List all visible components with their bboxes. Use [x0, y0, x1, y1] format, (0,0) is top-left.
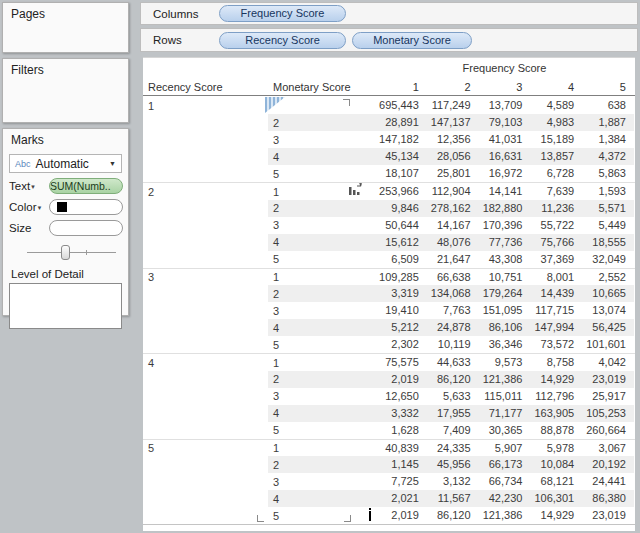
value-cell[interactable]: 3,132	[427, 473, 479, 490]
value-cell[interactable]: 5,863	[582, 165, 634, 182]
value-cell[interactable]: 117,249	[427, 97, 479, 114]
value-cell[interactable]: 44,633	[427, 354, 479, 371]
rows-shelf[interactable]: Rows Recency Score Monetary Score	[140, 28, 638, 52]
monetary-label[interactable]: 2	[268, 371, 375, 388]
value-cell[interactable]: 5,449	[582, 217, 634, 234]
value-cell[interactable]: 23,019	[582, 371, 634, 388]
pill-frequency-score[interactable]: Frequency Score	[219, 5, 346, 22]
value-cell[interactable]: 75,575	[375, 354, 427, 371]
value-cell[interactable]: 109,285	[375, 269, 427, 286]
value-cell[interactable]: 260,664	[582, 422, 634, 439]
value-cell[interactable]: 2,019	[375, 371, 427, 388]
value-cell[interactable]: 638	[582, 97, 634, 114]
col-header-2[interactable]: 2	[427, 81, 479, 93]
value-cell[interactable]: 170,396	[479, 217, 531, 234]
value-cell[interactable]: 4,983	[530, 114, 582, 131]
value-cell[interactable]: 66,638	[427, 269, 479, 286]
value-cell[interactable]: 1,145	[375, 456, 427, 473]
value-cell[interactable]: 24,335	[427, 440, 479, 457]
value-cell[interactable]: 71,177	[479, 405, 531, 422]
value-cell[interactable]: 1,628	[375, 422, 427, 439]
value-cell[interactable]: 16,631	[479, 148, 531, 165]
value-cell[interactable]: 7,639	[530, 183, 582, 200]
value-cell[interactable]: 45,956	[427, 456, 479, 473]
mark-type-dropdown[interactable]: Abc Automatic ▼	[9, 154, 122, 173]
value-cell[interactable]: 68,121	[530, 473, 582, 490]
value-cell[interactable]: 86,380	[582, 490, 634, 507]
monetary-label[interactable]: 2	[268, 456, 375, 473]
size-button[interactable]: Size	[9, 222, 49, 234]
size-pill[interactable]	[49, 220, 123, 236]
value-cell[interactable]: 112,904	[427, 183, 479, 200]
value-cell[interactable]: 151,095	[479, 302, 531, 319]
value-cell[interactable]: 5,571	[582, 200, 634, 217]
color-button[interactable]: Color▼	[9, 201, 49, 213]
value-cell[interactable]: 4,589	[530, 97, 582, 114]
value-cell[interactable]: 7,725	[375, 473, 427, 490]
columns-shelf[interactable]: Columns Frequency Score	[140, 2, 638, 25]
value-cell[interactable]: 15,612	[375, 234, 427, 251]
value-cell[interactable]: 77,736	[479, 234, 531, 251]
value-cell[interactable]: 12,650	[375, 388, 427, 405]
value-cell[interactable]: 14,929	[530, 507, 582, 524]
size-slider[interactable]	[27, 245, 116, 260]
level-of-detail-shelf[interactable]	[9, 283, 122, 329]
value-cell[interactable]: 2,019	[375, 507, 427, 524]
value-cell[interactable]: 117,715	[530, 302, 582, 319]
value-cell[interactable]: 5,907	[479, 440, 531, 457]
monetary-label[interactable]: 3	[268, 217, 375, 234]
value-cell[interactable]: 32,049	[582, 251, 634, 268]
recency-label[interactable]: 1	[143, 97, 268, 114]
value-cell[interactable]: 3,332	[375, 405, 427, 422]
value-cell[interactable]: 5,633	[427, 388, 479, 405]
value-cell[interactable]: 25,801	[427, 165, 479, 182]
value-cell[interactable]: 147,182	[375, 131, 427, 148]
value-cell[interactable]: 28,891	[375, 114, 427, 131]
pill-recency-score[interactable]: Recency Score	[219, 32, 346, 49]
value-cell[interactable]: 6,509	[375, 251, 427, 268]
value-cell[interactable]: 8,758	[530, 354, 582, 371]
value-cell[interactable]: 278,162	[427, 200, 479, 217]
value-cell[interactable]: 41,031	[479, 131, 531, 148]
monetary-label[interactable]	[268, 97, 375, 114]
value-cell[interactable]: 11,567	[427, 490, 479, 507]
row-header-recency[interactable]: Recency Score	[143, 81, 268, 93]
col-header-3[interactable]: 3	[479, 81, 531, 93]
monetary-label[interactable]: 3	[268, 302, 375, 319]
value-cell[interactable]: 13,709	[479, 97, 531, 114]
monetary-label[interactable]: 5	[268, 336, 375, 353]
value-cell[interactable]: 1,887	[582, 114, 634, 131]
text-button[interactable]: Text▼	[9, 180, 49, 192]
value-cell[interactable]: 179,264	[479, 285, 531, 302]
value-cell[interactable]: 1,593	[582, 183, 634, 200]
value-cell[interactable]: 121,386	[479, 371, 531, 388]
value-cell[interactable]: 86,120	[427, 507, 479, 524]
monetary-label[interactable]: 2	[268, 200, 375, 217]
monetary-label[interactable]: 1	[268, 269, 375, 286]
monetary-label[interactable]: 4	[268, 319, 375, 336]
value-cell[interactable]: 23,019	[582, 507, 634, 524]
monetary-label[interactable]: 5	[268, 507, 375, 524]
value-cell[interactable]: 48,076	[427, 234, 479, 251]
value-cell[interactable]: 115,011	[479, 388, 531, 405]
value-cell[interactable]: 86,120	[427, 371, 479, 388]
sort-bars-icon[interactable]	[349, 183, 362, 195]
value-cell[interactable]: 134,068	[427, 285, 479, 302]
pages-shelf[interactable]: Pages	[2, 2, 129, 53]
column-dimension-header[interactable]: Frequency Score	[375, 62, 634, 74]
value-cell[interactable]: 163,905	[530, 405, 582, 422]
recency-label[interactable]: 3	[143, 269, 268, 286]
col-header-5[interactable]: 5	[582, 81, 634, 93]
value-cell[interactable]: 112,796	[530, 388, 582, 405]
value-cell[interactable]: 16,972	[479, 165, 531, 182]
value-cell[interactable]: 253,966	[375, 183, 427, 200]
value-cell[interactable]: 24,441	[582, 473, 634, 490]
value-cell[interactable]: 147,994	[530, 319, 582, 336]
value-cell[interactable]: 66,173	[479, 456, 531, 473]
value-cell[interactable]: 182,880	[479, 200, 531, 217]
value-cell[interactable]: 15,189	[530, 131, 582, 148]
value-cell[interactable]: 21,647	[427, 251, 479, 268]
value-cell[interactable]: 10,751	[479, 269, 531, 286]
value-cell[interactable]: 20,192	[582, 456, 634, 473]
value-cell[interactable]: 6,728	[530, 165, 582, 182]
